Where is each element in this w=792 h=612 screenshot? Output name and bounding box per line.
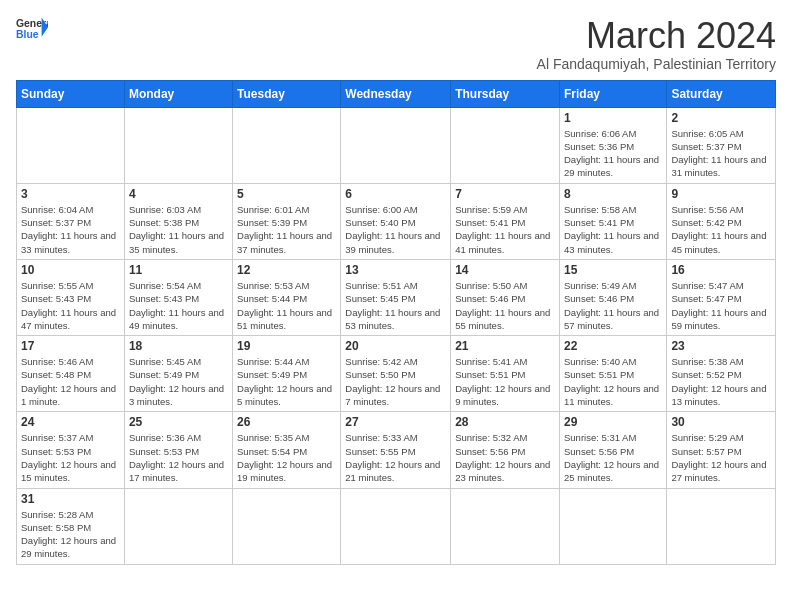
day-info: Sunrise: 6:05 AM Sunset: 5:37 PM Dayligh… [671,127,771,180]
day-info: Sunrise: 5:45 AM Sunset: 5:49 PM Dayligh… [129,355,228,408]
calendar-week-2: 10Sunrise: 5:55 AM Sunset: 5:43 PM Dayli… [17,259,776,335]
day-info: Sunrise: 5:31 AM Sunset: 5:56 PM Dayligh… [564,431,662,484]
calendar-cell [124,488,232,564]
calendar-cell: 1Sunrise: 6:06 AM Sunset: 5:36 PM Daylig… [559,107,666,183]
calendar-cell: 12Sunrise: 5:53 AM Sunset: 5:44 PM Dayli… [233,259,341,335]
calendar-cell: 22Sunrise: 5:40 AM Sunset: 5:51 PM Dayli… [559,336,666,412]
day-number: 20 [345,339,446,353]
day-info: Sunrise: 5:41 AM Sunset: 5:51 PM Dayligh… [455,355,555,408]
day-number: 28 [455,415,555,429]
weekday-header-row: SundayMondayTuesdayWednesdayThursdayFrid… [17,80,776,107]
day-number: 27 [345,415,446,429]
calendar-body: 1Sunrise: 6:06 AM Sunset: 5:36 PM Daylig… [17,107,776,564]
calendar-cell: 11Sunrise: 5:54 AM Sunset: 5:43 PM Dayli… [124,259,232,335]
day-number: 24 [21,415,120,429]
day-number: 12 [237,263,336,277]
day-info: Sunrise: 5:47 AM Sunset: 5:47 PM Dayligh… [671,279,771,332]
day-number: 7 [455,187,555,201]
logo-icon: General Blue [16,16,48,40]
day-info: Sunrise: 6:00 AM Sunset: 5:40 PM Dayligh… [345,203,446,256]
day-number: 18 [129,339,228,353]
weekday-header-thursday: Thursday [451,80,560,107]
day-number: 4 [129,187,228,201]
day-info: Sunrise: 5:46 AM Sunset: 5:48 PM Dayligh… [21,355,120,408]
day-number: 31 [21,492,120,506]
day-info: Sunrise: 5:44 AM Sunset: 5:49 PM Dayligh… [237,355,336,408]
day-info: Sunrise: 5:36 AM Sunset: 5:53 PM Dayligh… [129,431,228,484]
day-info: Sunrise: 5:33 AM Sunset: 5:55 PM Dayligh… [345,431,446,484]
calendar-cell: 7Sunrise: 5:59 AM Sunset: 5:41 PM Daylig… [451,183,560,259]
calendar-cell [341,107,451,183]
day-info: Sunrise: 6:04 AM Sunset: 5:37 PM Dayligh… [21,203,120,256]
calendar-cell [451,107,560,183]
day-info: Sunrise: 5:49 AM Sunset: 5:46 PM Dayligh… [564,279,662,332]
calendar-week-3: 17Sunrise: 5:46 AM Sunset: 5:48 PM Dayli… [17,336,776,412]
day-info: Sunrise: 5:56 AM Sunset: 5:42 PM Dayligh… [671,203,771,256]
day-info: Sunrise: 5:40 AM Sunset: 5:51 PM Dayligh… [564,355,662,408]
day-number: 21 [455,339,555,353]
calendar-cell [341,488,451,564]
day-info: Sunrise: 5:59 AM Sunset: 5:41 PM Dayligh… [455,203,555,256]
calendar-cell: 28Sunrise: 5:32 AM Sunset: 5:56 PM Dayli… [451,412,560,488]
calendar-cell [233,488,341,564]
calendar-cell: 18Sunrise: 5:45 AM Sunset: 5:49 PM Dayli… [124,336,232,412]
day-number: 2 [671,111,771,125]
weekday-header-sunday: Sunday [17,80,125,107]
title-area: March 2024 Al Fandaqumiyah, Palestinian … [537,16,776,72]
calendar-week-5: 31Sunrise: 5:28 AM Sunset: 5:58 PM Dayli… [17,488,776,564]
calendar-cell: 6Sunrise: 6:00 AM Sunset: 5:40 PM Daylig… [341,183,451,259]
header: General Blue March 2024 Al Fandaqumiyah,… [16,16,776,72]
calendar-cell: 23Sunrise: 5:38 AM Sunset: 5:52 PM Dayli… [667,336,776,412]
day-number: 30 [671,415,771,429]
weekday-header-friday: Friday [559,80,666,107]
calendar-cell: 20Sunrise: 5:42 AM Sunset: 5:50 PM Dayli… [341,336,451,412]
calendar-cell: 4Sunrise: 6:03 AM Sunset: 5:38 PM Daylig… [124,183,232,259]
weekday-header-wednesday: Wednesday [341,80,451,107]
day-info: Sunrise: 6:03 AM Sunset: 5:38 PM Dayligh… [129,203,228,256]
calendar-cell: 15Sunrise: 5:49 AM Sunset: 5:46 PM Dayli… [559,259,666,335]
day-info: Sunrise: 5:38 AM Sunset: 5:52 PM Dayligh… [671,355,771,408]
day-number: 8 [564,187,662,201]
calendar-cell: 29Sunrise: 5:31 AM Sunset: 5:56 PM Dayli… [559,412,666,488]
day-info: Sunrise: 6:01 AM Sunset: 5:39 PM Dayligh… [237,203,336,256]
calendar-cell: 27Sunrise: 5:33 AM Sunset: 5:55 PM Dayli… [341,412,451,488]
calendar-cell [124,107,232,183]
calendar-week-0: 1Sunrise: 6:06 AM Sunset: 5:36 PM Daylig… [17,107,776,183]
day-info: Sunrise: 5:28 AM Sunset: 5:58 PM Dayligh… [21,508,120,561]
day-info: Sunrise: 5:29 AM Sunset: 5:57 PM Dayligh… [671,431,771,484]
day-number: 6 [345,187,446,201]
calendar-cell: 26Sunrise: 5:35 AM Sunset: 5:54 PM Dayli… [233,412,341,488]
month-title: March 2024 [537,16,776,56]
day-info: Sunrise: 5:58 AM Sunset: 5:41 PM Dayligh… [564,203,662,256]
calendar-cell: 10Sunrise: 5:55 AM Sunset: 5:43 PM Dayli… [17,259,125,335]
calendar-week-1: 3Sunrise: 6:04 AM Sunset: 5:37 PM Daylig… [17,183,776,259]
day-info: Sunrise: 5:53 AM Sunset: 5:44 PM Dayligh… [237,279,336,332]
calendar-cell: 9Sunrise: 5:56 AM Sunset: 5:42 PM Daylig… [667,183,776,259]
calendar-table: SundayMondayTuesdayWednesdayThursdayFrid… [16,80,776,565]
calendar-cell: 16Sunrise: 5:47 AM Sunset: 5:47 PM Dayli… [667,259,776,335]
calendar-cell: 8Sunrise: 5:58 AM Sunset: 5:41 PM Daylig… [559,183,666,259]
day-number: 17 [21,339,120,353]
weekday-header-tuesday: Tuesday [233,80,341,107]
day-number: 23 [671,339,771,353]
day-number: 26 [237,415,336,429]
day-number: 22 [564,339,662,353]
day-info: Sunrise: 5:54 AM Sunset: 5:43 PM Dayligh… [129,279,228,332]
day-number: 5 [237,187,336,201]
day-number: 13 [345,263,446,277]
calendar-cell [559,488,666,564]
day-number: 3 [21,187,120,201]
day-number: 10 [21,263,120,277]
day-number: 16 [671,263,771,277]
calendar-cell: 13Sunrise: 5:51 AM Sunset: 5:45 PM Dayli… [341,259,451,335]
day-info: Sunrise: 5:42 AM Sunset: 5:50 PM Dayligh… [345,355,446,408]
calendar-cell: 31Sunrise: 5:28 AM Sunset: 5:58 PM Dayli… [17,488,125,564]
calendar-cell [17,107,125,183]
calendar-cell: 24Sunrise: 5:37 AM Sunset: 5:53 PM Dayli… [17,412,125,488]
logo: General Blue [16,16,48,40]
calendar-cell: 14Sunrise: 5:50 AM Sunset: 5:46 PM Dayli… [451,259,560,335]
calendar-cell: 2Sunrise: 6:05 AM Sunset: 5:37 PM Daylig… [667,107,776,183]
weekday-header-monday: Monday [124,80,232,107]
calendar-cell [451,488,560,564]
calendar-cell: 21Sunrise: 5:41 AM Sunset: 5:51 PM Dayli… [451,336,560,412]
